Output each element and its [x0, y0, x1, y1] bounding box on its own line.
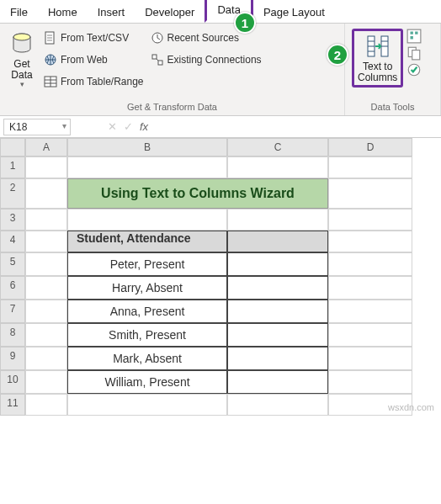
cell[interactable] [25, 323, 67, 347]
cell[interactable] [328, 157, 412, 178]
table-row[interactable]: Peter, Present [67, 252, 227, 276]
from-web-button[interactable]: From Web [44, 50, 144, 69]
title-cell[interactable]: Using Text to Columns Wizard [67, 178, 328, 209]
recent-icon [151, 31, 164, 45]
cell[interactable] [227, 394, 328, 416]
cell[interactable] [67, 209, 227, 231]
tab-file[interactable]: File [0, 2, 38, 23]
cell[interactable] [328, 276, 412, 300]
cell[interactable] [67, 394, 227, 416]
tab-insert[interactable]: Insert [88, 2, 135, 23]
svg-point-1 [13, 34, 30, 40]
text-file-icon [44, 31, 57, 45]
svg-rect-12 [152, 55, 157, 59]
group-label-data-tools: Data Tools [352, 100, 433, 114]
table-header-empty[interactable] [227, 231, 328, 252]
cell[interactable] [227, 209, 328, 231]
connection-icon [151, 53, 164, 66]
col-header-a[interactable]: A [25, 138, 67, 157]
existing-connections-button[interactable]: Existing Connections [151, 50, 262, 69]
row-header[interactable]: 6 [0, 276, 25, 300]
database-icon [8, 30, 35, 57]
table-row[interactable]: Smith, Present [67, 323, 227, 347]
cell[interactable] [67, 157, 227, 178]
row-header[interactable]: 1 [0, 157, 25, 178]
table-icon [44, 75, 57, 88]
globe-icon [44, 53, 57, 66]
group-label-get-transform: Get & Transform Data [7, 100, 337, 114]
row-header[interactable]: 5 [0, 252, 25, 276]
cell[interactable] [328, 178, 412, 209]
callout-1: 1 [234, 12, 256, 34]
watermark: wsxdn.com [388, 402, 434, 412]
table-header[interactable]: Student, Attendance [67, 231, 227, 252]
select-all-corner[interactable] [0, 138, 25, 157]
table-row[interactable]: William, Present [67, 370, 227, 394]
cell[interactable] [328, 323, 412, 347]
cell[interactable] [25, 252, 67, 276]
cell[interactable] [25, 394, 67, 416]
remove-duplicates-icon[interactable] [406, 45, 422, 61]
svg-rect-22 [407, 29, 421, 43]
table-row-empty[interactable] [227, 370, 328, 394]
cell[interactable] [25, 347, 67, 370]
ribbon: Get Data ▾ From Text/CSV From Web From T… [0, 24, 441, 116]
tab-home[interactable]: Home [38, 2, 88, 23]
ribbon-tabs: File Home Insert Developer Data Page Lay… [0, 0, 441, 24]
cell[interactable] [25, 231, 67, 252]
cell[interactable] [328, 300, 412, 323]
text-to-columns-icon [364, 33, 391, 60]
cell[interactable] [25, 209, 67, 231]
cell[interactable] [25, 276, 67, 300]
row-header[interactable]: 7 [0, 300, 25, 323]
table-row-empty[interactable] [227, 276, 328, 300]
worksheet-grid[interactable]: A B C D 1 2 Using Text to Columns Wizard… [0, 138, 441, 416]
flash-fill-icon[interactable] [406, 29, 422, 44]
enter-formula-icon[interactable]: ✓ [124, 120, 133, 133]
row-header[interactable]: 8 [0, 323, 25, 347]
fx-label[interactable]: fx [140, 120, 148, 133]
cell[interactable] [328, 252, 412, 276]
callout-2: 2 [327, 44, 348, 66]
row-header[interactable]: 4 [0, 231, 25, 252]
cell[interactable] [328, 209, 412, 231]
table-row[interactable]: Mark, Absent [67, 347, 227, 370]
get-data-button[interactable]: Get Data ▾ [7, 27, 37, 93]
cell[interactable] [328, 231, 412, 252]
row-header[interactable]: 10 [0, 370, 25, 394]
table-row[interactable]: Anna, Present [67, 300, 227, 323]
tab-pagelayout[interactable]: Page Layout [253, 2, 335, 23]
cell[interactable] [25, 370, 67, 394]
cell[interactable] [227, 157, 328, 178]
row-header[interactable]: 11 [0, 394, 25, 416]
row-header[interactable]: 9 [0, 347, 25, 370]
table-row-empty[interactable] [227, 252, 328, 276]
col-header-d[interactable]: D [328, 138, 412, 157]
row-header[interactable]: 3 [0, 209, 25, 231]
col-header-b[interactable]: B [67, 138, 227, 157]
svg-line-14 [157, 59, 158, 61]
table-row[interactable]: Harry, Absent [67, 276, 227, 300]
text-to-columns-button[interactable]: Text to Columns [352, 29, 403, 88]
svg-rect-13 [158, 61, 162, 65]
table-row-empty[interactable] [227, 300, 328, 323]
cell[interactable] [25, 178, 67, 209]
cancel-formula-icon[interactable]: ✕ [108, 120, 117, 133]
cell[interactable] [328, 370, 412, 394]
from-table-range-button[interactable]: From Table/Range [44, 72, 144, 91]
data-validation-icon[interactable] [406, 62, 422, 77]
cell[interactable] [25, 300, 67, 323]
cell[interactable] [328, 347, 412, 370]
col-header-c[interactable]: C [227, 138, 328, 157]
table-row-empty[interactable] [227, 347, 328, 370]
svg-rect-24 [412, 50, 420, 60]
row-header[interactable]: 2 [0, 178, 25, 209]
name-box[interactable]: K18 [3, 119, 71, 135]
formula-bar-row: K18 ✕ ✓ fx [0, 116, 441, 138]
cell[interactable] [25, 157, 67, 178]
from-text-csv-button[interactable]: From Text/CSV [44, 29, 144, 47]
tab-developer[interactable]: Developer [135, 2, 205, 23]
table-row-empty[interactable] [227, 323, 328, 347]
